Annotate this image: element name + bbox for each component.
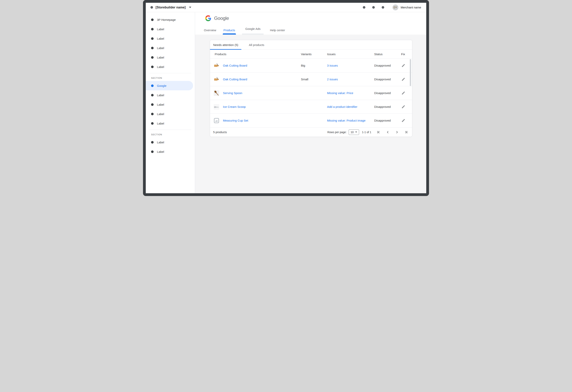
spoon-thumbnail (214, 90, 219, 96)
product-cell: Measuring Cup Set (214, 118, 301, 123)
sidebar-item-label: Google (157, 84, 166, 87)
fix-edit-button[interactable] (401, 118, 406, 123)
col-status: Status (374, 52, 401, 56)
sidebar-item-label: Label (157, 65, 164, 69)
sidebar-item-google-s0-0[interactable]: Google (146, 81, 193, 90)
app-window: [Storebuilder name] DY Merchant name 3P … (143, 0, 429, 196)
bullet-icon (151, 28, 154, 31)
last-page-button[interactable] (404, 130, 408, 134)
sidebar-item-label-t1[interactable]: Label (146, 24, 195, 34)
tab-label: Help center (270, 29, 285, 32)
sidebar-section-label: SECTION (146, 75, 195, 81)
sidebar-item-label-t3[interactable]: Label (146, 43, 195, 53)
table-row: Serving SpoonMissing value: PriceDisappr… (210, 86, 412, 100)
sidebar-item-label: Label (157, 103, 164, 106)
sidebar-item-label: Label (157, 37, 164, 40)
tab-overview[interactable]: Overview (204, 29, 217, 34)
issue-link[interactable]: Add a product identifier (327, 105, 357, 109)
storebuilder-logo-icon (150, 6, 153, 9)
bullet-icon (151, 94, 154, 96)
product-cell: Oak Cutting Board (214, 63, 301, 68)
issues-cell: Missing value: Product image (327, 119, 374, 122)
sidebar-item-label-s0-4[interactable]: Label (146, 119, 195, 128)
scrollbar-thumb[interactable] (410, 59, 411, 86)
brand-name: Google (214, 16, 229, 21)
tab-label: Overview (204, 29, 216, 32)
product-link[interactable]: Measuring Cup Set (223, 119, 248, 122)
sidebar-item-label-t2[interactable]: Label (146, 34, 195, 43)
sidebar-section-label: SECTION (146, 131, 195, 138)
product-link[interactable]: Ice Cream Scoop (223, 105, 246, 109)
fix-edit-button[interactable] (401, 105, 406, 109)
issue-link[interactable]: 3 issues (327, 64, 338, 67)
issues-cell: 2 issues (327, 78, 374, 81)
product-link[interactable]: Serving Spoon (223, 91, 242, 95)
next-page-button[interactable] (395, 130, 399, 134)
sidebar-item-label-t5[interactable]: Label (146, 62, 195, 72)
fix-edit-button[interactable] (401, 91, 406, 95)
tab-help-center[interactable]: Help center (270, 29, 286, 34)
main-header: Google OverviewProductsGoogle AdsHelp ce… (195, 12, 426, 34)
sidebar-item-label-t4[interactable]: Label (146, 53, 195, 62)
product-link[interactable]: Oak Cutting Board (223, 64, 247, 67)
sidebar-item-label: Label (157, 46, 164, 50)
product-link[interactable]: Oak Cutting Board (223, 78, 247, 81)
card-tab-all-products[interactable]: All products (249, 40, 264, 49)
sidebar-item-label-s1-1[interactable]: Label (146, 147, 195, 156)
sidebar-item-label-s0-3[interactable]: Label (146, 109, 195, 119)
table-body: Oak Cutting BoardBig3 issuesDisapproved … (210, 59, 412, 127)
products-count: 5 products (213, 130, 227, 134)
col-issues: Issues (327, 52, 374, 56)
issue-link[interactable]: Missing value: Product image (327, 119, 365, 122)
issues-cell: Missing value: Price (327, 91, 374, 95)
status-cell: Disapproved (374, 64, 401, 67)
bullet-icon (151, 47, 154, 49)
toolbar-icon-2[interactable] (372, 6, 375, 9)
table-header: Products Variants Issues Status Fix (210, 50, 412, 59)
fix-edit-button[interactable] (401, 77, 406, 81)
avatar[interactable]: DY (393, 4, 398, 10)
col-products: Products (214, 52, 301, 56)
status-cell: Disapproved (374, 105, 401, 109)
sidebar-item-label-s0-2[interactable]: Label (146, 100, 195, 109)
sidebar-item-label: Label (157, 94, 164, 97)
card-tab-needs-attention-5-[interactable]: Needs attention (5) (210, 40, 241, 49)
sidebar-item-label: Label (157, 112, 164, 116)
products-card: Needs attention (5)All products Products… (210, 40, 412, 137)
fix-cell (401, 118, 412, 123)
fix-cell (401, 91, 412, 95)
bullet-icon (151, 103, 154, 106)
google-logo-icon (205, 15, 211, 21)
sidebar-item-label: Label (157, 56, 164, 59)
issue-link[interactable]: Missing value: Price (327, 91, 353, 95)
rows-per-page-select[interactable]: 10 (349, 129, 359, 135)
sidebar-item-label-s1-0[interactable]: Label (146, 138, 195, 147)
bullet-icon (151, 66, 154, 68)
bullet-icon (151, 141, 154, 143)
issues-cell: Add a product identifier (327, 105, 374, 109)
sidebar-divider (149, 73, 191, 73)
first-page-button[interactable] (377, 130, 381, 134)
merchant-name: Merchant name (401, 6, 421, 9)
bullet-icon (151, 84, 154, 87)
sidebar-divider (149, 130, 191, 130)
tab-google-ads[interactable]: Google Ads (245, 29, 261, 34)
issue-link[interactable]: 2 issues (327, 78, 338, 81)
sidebar-item-label: Label (157, 141, 164, 144)
storebuilder-menu[interactable]: [Storebuilder name] (150, 6, 191, 9)
table-row: Oak Cutting BoardSmall2 issuesDisapprove… (210, 72, 412, 86)
bullet-icon (151, 56, 154, 59)
tab-products[interactable]: Products (223, 29, 236, 34)
sidebar-item-label-s0-1[interactable]: Label (146, 90, 195, 100)
sidebar-item-3p-homepage-t0[interactable]: 3P Homepage (146, 15, 195, 24)
bullet-icon (151, 150, 154, 153)
status-cell: Disapproved (374, 78, 401, 81)
toolbar-icon-1[interactable] (363, 6, 365, 9)
pagination-range: 1-1 of 1 (362, 131, 371, 134)
fix-cell (401, 105, 412, 109)
placeholder-thumbnail (214, 118, 219, 123)
toolbar-icon-3[interactable] (382, 6, 384, 9)
variant-cell: Small (301, 78, 327, 81)
previous-page-button[interactable] (386, 130, 390, 134)
fix-edit-button[interactable] (401, 63, 406, 68)
